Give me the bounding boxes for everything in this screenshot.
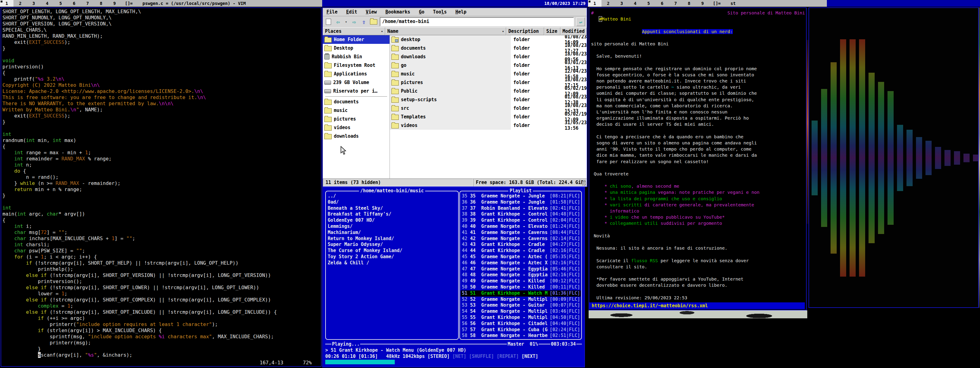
moc-playlist-item-49[interactable]: 4949 Graeme Norgate - Killed [00:12|FLC] bbox=[461, 278, 581, 284]
workspace-tag-7[interactable]: 7 bbox=[669, 0, 682, 7]
moc-playlist-item-37[interactable]: 3737 Robin Beanland - Elevato[02:41|FLC] bbox=[461, 205, 581, 211]
moc-playlist-panel[interactable]: Playlist 3535 Graeme Norgate - Jungle [0… bbox=[460, 191, 582, 340]
moc-directory-item[interactable]: GoldenEye 007 HD/ bbox=[328, 218, 457, 224]
workspace-tag-8[interactable]: 8 bbox=[682, 0, 696, 7]
sidebar-item-applications[interactable]: Applications bbox=[323, 70, 390, 78]
moc-progress-bar[interactable] bbox=[325, 360, 395, 364]
file-row-documents[interactable]: documentsfolder10/08/23 17:27 bbox=[390, 44, 587, 53]
sidebar-item-desktop[interactable]: Desktop bbox=[323, 44, 390, 53]
moc-playlist-item-50[interactable]: 5050 Graeme Norgate - Killed [00:11|FLC] bbox=[461, 284, 581, 290]
menu-view[interactable]: View bbox=[366, 9, 377, 15]
moc-master-volume[interactable]: Master 01% bbox=[507, 341, 538, 347]
vim-code-area[interactable]: SHORT_OPT_LENGTH, LONG_OPT_LENGTH, MAX_L… bbox=[1, 8, 321, 358]
resize-grip[interactable] bbox=[582, 182, 586, 186]
sidebar-item-documents[interactable]: documents bbox=[323, 98, 390, 106]
moc-playlist-item-53[interactable]: 5353 Graeme Norgate - Guitar [00:07|FLC] bbox=[461, 302, 581, 309]
file-row-videos[interactable]: videosfolder31/05/23 13:56 bbox=[390, 121, 587, 130]
moc-directory-item[interactable]: 0ad/ bbox=[328, 199, 457, 205]
moc-player-window[interactable]: /home/matteo-bini/music ../0ad/Beneath a… bbox=[322, 187, 585, 367]
file-list[interactable]: desktopfolder01/08/23 16:09documentsfold… bbox=[390, 35, 587, 179]
file-row-pictures[interactable]: picturesfolder18/08/23 17:15 bbox=[390, 78, 587, 87]
workspace-tag-6[interactable]: 6 bbox=[655, 0, 669, 7]
workspace-tag-1[interactable]: 1 bbox=[588, 0, 601, 7]
file-row-src[interactable]: srcfolder10/08/23 15:33 bbox=[390, 104, 587, 112]
moc-playlist-item-44[interactable]: 4444 Grant Kirkhope - Cradle [02:16|FLC] bbox=[461, 248, 581, 254]
file-row-desktop[interactable]: desktopfolder01/08/23 16:09 bbox=[390, 35, 587, 44]
new-tab-icon[interactable] bbox=[325, 18, 332, 26]
moc-playlist-item-55[interactable]: 5555 Grant Kirkhope - Multipl[04:50|FLC] bbox=[461, 315, 581, 321]
file-row-go[interactable]: gofolder03/01/23 16:13 bbox=[390, 61, 587, 70]
menu-help[interactable]: Help bbox=[455, 9, 466, 15]
workspace-tag-2[interactable]: 2 bbox=[13, 0, 27, 7]
moc-directory-item[interactable]: Return to Monkey Island/ bbox=[328, 236, 457, 242]
terminal-browser-window[interactable]: # Sito personale di Matteo Bini #Matteo … bbox=[589, 7, 807, 310]
moc-directory-item[interactable]: Lemmings/ bbox=[328, 224, 457, 230]
moc-playlist-item-58[interactable]: 5858 Graeme Norgate - Heartbe[02:51|FLC] bbox=[461, 333, 581, 339]
sidebar-item-downloads[interactable]: downloads bbox=[323, 132, 390, 141]
moc-playlist-item-41[interactable]: 4141 Graeme Norgate - Caverns[08:44|FLC] bbox=[461, 230, 581, 236]
moc-playlist-item-36[interactable]: 3636 Graeme Norgate - Jungle [01:58|FLC] bbox=[461, 199, 581, 205]
home-icon[interactable] bbox=[370, 18, 377, 26]
moc-playlist-item-40[interactable]: 4040 Graeme Norgate - Elevato[01:24|FLC] bbox=[461, 224, 581, 230]
moc-directory-panel[interactable]: /home/matteo-bini/music ../0ad/Beneath a… bbox=[325, 191, 459, 340]
vim-terminal-window[interactable]: SHORT_OPT_LENGTH, LONG_OPT_LENGTH, MAX_L… bbox=[1, 7, 321, 367]
workspace-tag-2[interactable]: 2 bbox=[601, 0, 615, 7]
moc-directory-item[interactable]: Machinarium/ bbox=[328, 230, 457, 236]
workspace-tag-5[interactable]: 5 bbox=[642, 0, 655, 7]
sidebar-item-riservato-per-i-[interactable]: Riservato per i… bbox=[323, 87, 390, 95]
workspace-tag-5[interactable]: 5 bbox=[54, 0, 67, 7]
up-icon[interactable]: ⇧ bbox=[360, 18, 368, 26]
moc-playlist-item-51[interactable]: 5151 Grant Kirkhope - Watch M[01:36|FLC] bbox=[461, 290, 581, 296]
sidebar-item-filesystem-root[interactable]: Filesystem Root bbox=[323, 61, 390, 70]
sidebar-item-music[interactable]: music bbox=[323, 106, 390, 115]
file-manager-window[interactable]: FileEditViewBookmarksGoToolsHelp ⇦ ▾ ⇨ ⇧… bbox=[322, 7, 587, 187]
back-history-dropdown-icon[interactable]: ▾ bbox=[344, 18, 348, 26]
file-row-setup-scripts[interactable]: setup-scriptsfolder01/08/23 12:38 bbox=[390, 95, 587, 104]
workspace-tag-6[interactable]: 6 bbox=[67, 0, 81, 7]
moc-playlist-item-47[interactable]: 4747 Graeme Norgate - Egyptia[05:46|FLC] bbox=[461, 266, 581, 272]
moc-playlist-item-56[interactable]: 5656 Grant Kirkhope - Citadel[04:40|FLC] bbox=[461, 321, 581, 327]
forward-icon[interactable]: ⇨ bbox=[350, 18, 358, 26]
workspace-tag-9[interactable]: 9 bbox=[696, 0, 709, 7]
moc-directory-item[interactable]: Super Mario Odyssey/ bbox=[328, 242, 457, 248]
workspace-tag-3[interactable]: 3 bbox=[615, 0, 628, 7]
moc-directory-item[interactable]: The Curse of Monkey Island/ bbox=[328, 248, 457, 254]
moc-playlist-item-38[interactable]: 3838 Grant Kirkhope - Control[04:48|FLC] bbox=[461, 211, 581, 218]
moc-playlist-item-57[interactable]: 5757 Grant Kirkhope - Cuba (G[02:24|FLC] bbox=[461, 327, 581, 333]
moc-playlist-item-42[interactable]: 4242 Graeme Norgate - Caverns[02:14|FLC] bbox=[461, 236, 581, 242]
browser-page-content[interactable]: # Sito personale di Matteo Bini #Matteo … bbox=[589, 8, 806, 301]
path-input[interactable]: /home/matteo-bini bbox=[380, 17, 574, 26]
audio-visualizer-window[interactable] bbox=[808, 7, 979, 308]
moc-directory-item[interactable]: ../ bbox=[328, 193, 457, 199]
moc-directory-item[interactable]: Toy Story 2 Action Game/ bbox=[328, 254, 457, 260]
file-row-downloads[interactable]: downloadsfolder18/08/23 09:56 bbox=[390, 53, 587, 61]
workspace-tag-3[interactable]: 3 bbox=[27, 0, 40, 7]
description-column-header[interactable]: Description bbox=[506, 27, 544, 35]
sidebar-item-videos[interactable]: videos bbox=[323, 123, 390, 132]
workspace-tag-8[interactable]: 8 bbox=[94, 0, 108, 7]
moc-playlist-item-35[interactable]: 3535 Graeme Norgate - Jungle [08:21|FLC] bbox=[461, 193, 581, 199]
name-column-header[interactable]: Name▾ bbox=[385, 27, 506, 35]
places-header[interactable]: Places▾ bbox=[323, 27, 385, 35]
moc-directory-item[interactable]: Breakfast at Tiffany's/ bbox=[328, 211, 457, 218]
workspace-tag-7[interactable]: 7 bbox=[81, 0, 94, 7]
workspace-tag-4[interactable]: 4 bbox=[40, 0, 54, 7]
file-row-Public[interactable]: Publicfolder05/02/19 12:09 bbox=[390, 87, 587, 95]
menu-edit[interactable]: Edit bbox=[346, 9, 357, 15]
back-icon[interactable]: ⇦ bbox=[334, 18, 342, 26]
places-sidebar[interactable]: Home FolderDesktopRubbish BinFilesystem … bbox=[323, 35, 390, 179]
file-row-music[interactable]: musicfolder12/04/23 16:58 bbox=[390, 70, 587, 78]
workspace-tag-4[interactable]: 4 bbox=[628, 0, 642, 7]
moc-playlist-item-54[interactable]: 5454 Graeme Norgate - Multipl[03:46|FLC] bbox=[461, 309, 581, 315]
workspace-tag-1[interactable]: 1 bbox=[0, 0, 13, 7]
sidebar-item-239-gb-volume[interactable]: 239 GB Volume bbox=[323, 78, 390, 87]
menu-go[interactable]: Go bbox=[419, 9, 425, 15]
menu-file[interactable]: File bbox=[326, 9, 337, 15]
moc-playlist-item-45[interactable]: 4545 Graeme Norgate - Aztec ([05:35|FLC] bbox=[461, 254, 581, 260]
sidebar-item-pictures[interactable]: pictures bbox=[323, 115, 390, 123]
moc-directory-item[interactable]: Zelda & Chill / bbox=[328, 260, 457, 266]
sidebar-item-home-folder[interactable]: Home Folder bbox=[323, 35, 390, 44]
menu-tools[interactable]: Tools bbox=[433, 9, 447, 15]
menu-bookmarks[interactable]: Bookmarks bbox=[385, 9, 410, 15]
moc-playlist-item-39[interactable]: 3939 Grant Kirkhope - Control[02:04|FLC] bbox=[461, 218, 581, 224]
